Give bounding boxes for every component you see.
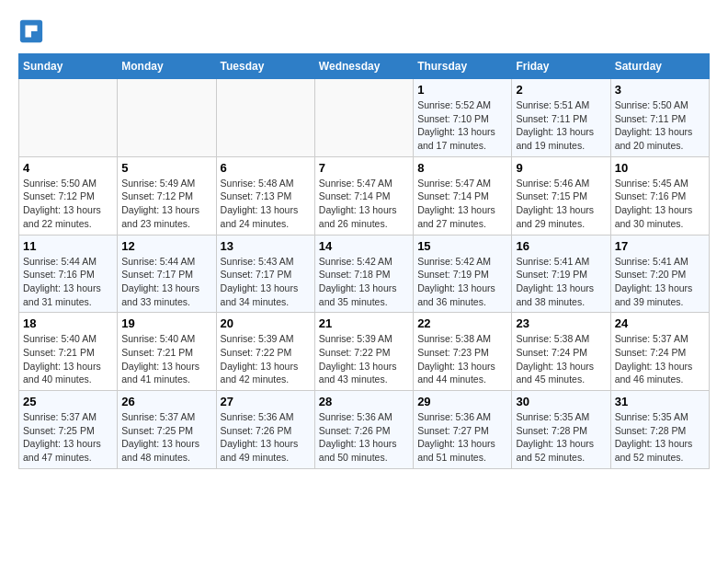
logo-icon: [18, 18, 44, 44]
day-number: 30: [516, 395, 606, 408]
calendar-cell: 30Sunrise: 5:35 AM Sunset: 7:28 PM Dayli…: [512, 391, 610, 469]
day-info: Sunrise: 5:37 AM Sunset: 7:25 PM Dayligh…: [23, 410, 113, 465]
day-info: Sunrise: 5:36 AM Sunset: 7:27 PM Dayligh…: [417, 410, 507, 465]
day-info: Sunrise: 5:40 AM Sunset: 7:21 PM Dayligh…: [121, 332, 211, 386]
day-number: 20: [221, 316, 311, 330]
day-info: Sunrise: 5:41 AM Sunset: 7:19 PM Dayligh…: [516, 255, 606, 309]
calendar-week-row: 4Sunrise: 5:50 AM Sunset: 7:12 PM Daylig…: [19, 156, 710, 235]
calendar-cell: 11Sunrise: 5:44 AM Sunset: 7:16 PM Dayli…: [19, 235, 118, 313]
day-header: Saturday: [610, 54, 709, 79]
calendar-week-row: 11Sunrise: 5:44 AM Sunset: 7:16 PM Dayli…: [19, 235, 710, 313]
calendar-cell: 21Sunrise: 5:39 AM Sunset: 7:22 PM Dayli…: [314, 313, 413, 391]
calendar-header-row: SundayMondayTuesdayWednesdayThursdayFrid…: [19, 54, 710, 79]
day-number: 24: [615, 316, 705, 330]
day-number: 16: [516, 239, 606, 253]
calendar-cell: [314, 79, 413, 157]
day-number: 22: [417, 316, 507, 330]
day-number: 7: [319, 161, 409, 175]
calendar-table: SundayMondayTuesdayWednesdayThursdayFrid…: [18, 53, 710, 469]
day-number: 2: [516, 83, 606, 97]
day-info: Sunrise: 5:37 AM Sunset: 7:25 PM Dayligh…: [121, 410, 211, 465]
calendar-cell: 5Sunrise: 5:49 AM Sunset: 7:12 PM Daylig…: [118, 156, 216, 235]
calendar-cell: 1Sunrise: 5:52 AM Sunset: 7:10 PM Daylig…: [414, 79, 512, 157]
day-number: 10: [615, 161, 705, 175]
day-info: Sunrise: 5:37 AM Sunset: 7:24 PM Dayligh…: [615, 332, 705, 386]
day-info: Sunrise: 5:46 AM Sunset: 7:15 PM Dayligh…: [516, 177, 606, 231]
day-info: Sunrise: 5:36 AM Sunset: 7:26 PM Dayligh…: [221, 410, 311, 465]
day-number: 25: [23, 395, 113, 408]
calendar-cell: 26Sunrise: 5:37 AM Sunset: 7:25 PM Dayli…: [118, 391, 216, 469]
day-info: Sunrise: 5:47 AM Sunset: 7:14 PM Dayligh…: [417, 177, 507, 231]
day-number: 6: [221, 161, 311, 175]
calendar-cell: 31Sunrise: 5:35 AM Sunset: 7:28 PM Dayli…: [610, 391, 709, 469]
day-info: Sunrise: 5:40 AM Sunset: 7:21 PM Dayligh…: [23, 332, 113, 386]
day-header: Tuesday: [216, 54, 314, 79]
calendar-cell: 10Sunrise: 5:45 AM Sunset: 7:16 PM Dayli…: [610, 156, 709, 235]
day-info: Sunrise: 5:35 AM Sunset: 7:28 PM Dayligh…: [615, 410, 705, 465]
day-info: Sunrise: 5:51 AM Sunset: 7:11 PM Dayligh…: [516, 98, 606, 153]
day-header: Sunday: [19, 54, 118, 79]
day-info: Sunrise: 5:44 AM Sunset: 7:16 PM Dayligh…: [23, 255, 113, 309]
calendar-cell: 12Sunrise: 5:44 AM Sunset: 7:17 PM Dayli…: [118, 235, 216, 313]
calendar-cell: 24Sunrise: 5:37 AM Sunset: 7:24 PM Dayli…: [610, 313, 709, 391]
day-info: Sunrise: 5:48 AM Sunset: 7:13 PM Dayligh…: [221, 177, 311, 231]
calendar-week-row: 18Sunrise: 5:40 AM Sunset: 7:21 PM Dayli…: [19, 313, 710, 391]
calendar-cell: 16Sunrise: 5:41 AM Sunset: 7:19 PM Dayli…: [512, 235, 610, 313]
page-header: [18, 18, 710, 44]
day-number: 5: [121, 161, 211, 175]
calendar-cell: 2Sunrise: 5:51 AM Sunset: 7:11 PM Daylig…: [512, 79, 610, 157]
day-info: Sunrise: 5:52 AM Sunset: 7:10 PM Dayligh…: [417, 98, 507, 153]
day-number: 26: [121, 395, 211, 408]
day-info: Sunrise: 5:39 AM Sunset: 7:22 PM Dayligh…: [319, 332, 409, 386]
day-number: 17: [615, 239, 705, 253]
calendar-cell: 13Sunrise: 5:43 AM Sunset: 7:17 PM Dayli…: [216, 235, 314, 313]
calendar-cell: 23Sunrise: 5:38 AM Sunset: 7:24 PM Dayli…: [512, 313, 610, 391]
logo: [18, 18, 46, 44]
day-number: 4: [23, 161, 113, 175]
calendar-cell: 20Sunrise: 5:39 AM Sunset: 7:22 PM Dayli…: [216, 313, 314, 391]
calendar-cell: 6Sunrise: 5:48 AM Sunset: 7:13 PM Daylig…: [216, 156, 314, 235]
calendar-cell: 3Sunrise: 5:50 AM Sunset: 7:11 PM Daylig…: [610, 79, 709, 157]
day-header: Thursday: [414, 54, 512, 79]
day-number: 12: [121, 239, 211, 253]
calendar-cell: 22Sunrise: 5:38 AM Sunset: 7:23 PM Dayli…: [414, 313, 512, 391]
calendar-cell: 8Sunrise: 5:47 AM Sunset: 7:14 PM Daylig…: [414, 156, 512, 235]
day-info: Sunrise: 5:35 AM Sunset: 7:28 PM Dayligh…: [516, 410, 606, 465]
day-info: Sunrise: 5:50 AM Sunset: 7:11 PM Dayligh…: [615, 98, 705, 153]
day-number: 19: [121, 316, 211, 330]
day-number: 11: [23, 239, 113, 253]
day-number: 29: [417, 395, 507, 408]
day-number: 28: [319, 395, 409, 408]
day-number: 18: [23, 316, 113, 330]
calendar-cell: 28Sunrise: 5:36 AM Sunset: 7:26 PM Dayli…: [314, 391, 413, 469]
calendar-cell: 29Sunrise: 5:36 AM Sunset: 7:27 PM Dayli…: [414, 391, 512, 469]
day-info: Sunrise: 5:49 AM Sunset: 7:12 PM Dayligh…: [121, 177, 211, 231]
day-number: 15: [417, 239, 507, 253]
day-info: Sunrise: 5:42 AM Sunset: 7:18 PM Dayligh…: [319, 255, 409, 309]
day-number: 9: [516, 161, 606, 175]
day-number: 23: [516, 316, 606, 330]
calendar-cell: [118, 79, 216, 157]
day-info: Sunrise: 5:36 AM Sunset: 7:26 PM Dayligh…: [319, 410, 409, 465]
day-header: Monday: [118, 54, 216, 79]
day-number: 14: [319, 239, 409, 253]
day-info: Sunrise: 5:45 AM Sunset: 7:16 PM Dayligh…: [615, 177, 705, 231]
calendar-week-row: 25Sunrise: 5:37 AM Sunset: 7:25 PM Dayli…: [19, 391, 710, 469]
calendar-cell: 25Sunrise: 5:37 AM Sunset: 7:25 PM Dayli…: [19, 391, 118, 469]
day-info: Sunrise: 5:44 AM Sunset: 7:17 PM Dayligh…: [121, 255, 211, 309]
day-number: 8: [417, 161, 507, 175]
day-info: Sunrise: 5:41 AM Sunset: 7:20 PM Dayligh…: [615, 255, 705, 309]
calendar-cell: 19Sunrise: 5:40 AM Sunset: 7:21 PM Dayli…: [118, 313, 216, 391]
day-info: Sunrise: 5:47 AM Sunset: 7:14 PM Dayligh…: [319, 177, 409, 231]
day-header: Wednesday: [314, 54, 413, 79]
day-number: 3: [615, 83, 705, 97]
day-number: 21: [319, 316, 409, 330]
day-info: Sunrise: 5:38 AM Sunset: 7:24 PM Dayligh…: [516, 332, 606, 386]
calendar-cell: 9Sunrise: 5:46 AM Sunset: 7:15 PM Daylig…: [512, 156, 610, 235]
day-info: Sunrise: 5:43 AM Sunset: 7:17 PM Dayligh…: [221, 255, 311, 309]
calendar-cell: [19, 79, 118, 157]
day-header: Friday: [512, 54, 610, 79]
day-number: 31: [615, 395, 705, 408]
calendar-week-row: 1Sunrise: 5:52 AM Sunset: 7:10 PM Daylig…: [19, 79, 710, 157]
calendar-cell: 18Sunrise: 5:40 AM Sunset: 7:21 PM Dayli…: [19, 313, 118, 391]
